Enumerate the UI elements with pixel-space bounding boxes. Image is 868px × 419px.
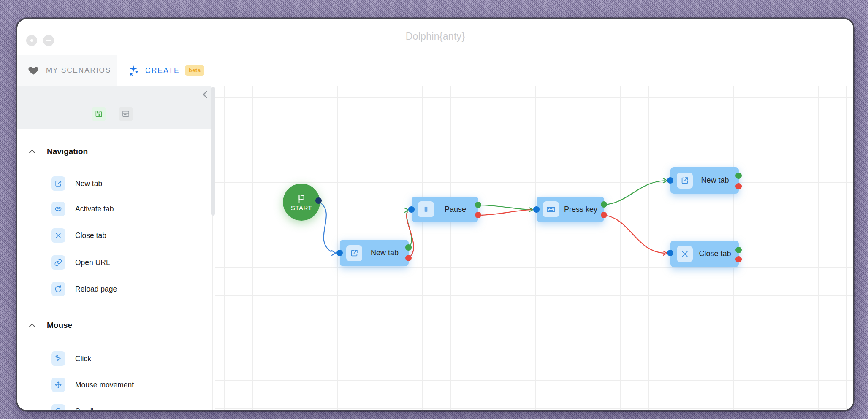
port-input[interactable] — [336, 250, 343, 256]
actions-sidebar: Navigation New tab Activate tab Close ta… — [17, 129, 211, 411]
sidebar-item-mouse-movement[interactable]: Mouse movement — [17, 376, 211, 394]
pause-icon — [418, 201, 434, 217]
node-label: New tab — [693, 176, 739, 185]
mouse-movement-icon — [51, 378, 65, 392]
node-label: New tab — [362, 249, 409, 257]
new-tab-icon — [677, 173, 693, 189]
sidebar-item-click[interactable]: Click — [17, 349, 211, 368]
window-title: Dolphin{anty} — [17, 31, 853, 42]
start-node-label: START — [291, 204, 312, 211]
sidebar-item-label: Activate tab — [75, 205, 114, 214]
sidebar-item-label: Mouse movement — [75, 381, 134, 389]
tab-create[interactable]: CREATE beta — [117, 55, 212, 86]
sidebar-item-close-tab[interactable]: Close tab — [17, 226, 211, 245]
scenario-canvas[interactable] — [215, 86, 854, 411]
chevron-up-icon — [29, 149, 35, 154]
port-error-output[interactable] — [735, 256, 742, 262]
port-input[interactable] — [408, 206, 415, 213]
port-start-output[interactable] — [315, 197, 322, 204]
port-success-output[interactable] — [735, 247, 742, 253]
sidebar-header — [17, 86, 211, 129]
port-error-output[interactable] — [475, 212, 481, 218]
sidebar-item-scroll[interactable]: Scroll — [17, 402, 211, 411]
sidebar-scrollbar-thumb[interactable] — [211, 87, 215, 216]
save-icon — [95, 110, 103, 118]
section-mouse[interactable]: Mouse — [17, 318, 211, 333]
templates-panel-button[interactable] — [119, 107, 133, 121]
close-tab-icon — [51, 228, 65, 243]
sidebar-item-label: Scroll — [75, 407, 94, 412]
node-label: Press key — [559, 205, 604, 214]
flag-icon — [297, 193, 306, 203]
port-error-output[interactable] — [735, 183, 742, 189]
sidebar-item-label: Reload page — [75, 285, 117, 294]
chevron-left-icon — [200, 89, 211, 100]
section-navigation[interactable]: Navigation — [17, 144, 211, 159]
new-tab-icon — [51, 176, 65, 191]
new-tab-icon — [346, 245, 362, 261]
port-input[interactable] — [667, 177, 673, 184]
tab-bar: MY SCENARIOS CREATE beta — [17, 55, 853, 86]
scroll-icon — [51, 404, 65, 411]
section-mouse-label: Mouse — [47, 321, 72, 330]
node-press-key[interactable]: Press key — [537, 197, 604, 222]
reload-page-icon — [51, 282, 65, 296]
sparkles-icon — [127, 64, 140, 77]
sidebar-item-label: Click — [75, 354, 91, 363]
keyboard-icon — [543, 201, 559, 217]
save-scenario-button[interactable] — [92, 107, 106, 121]
port-input[interactable] — [533, 206, 540, 213]
open-url-icon — [51, 255, 65, 270]
node-new-tab-2[interactable]: New tab — [670, 167, 739, 194]
port-success-output[interactable] — [475, 202, 481, 208]
click-icon — [51, 351, 65, 366]
heart-icon — [27, 65, 39, 76]
app-window: Dolphin{anty} MY SCENARIOS CREATE beta — [16, 18, 854, 411]
sidebar-item-new-tab[interactable]: New tab — [17, 174, 211, 193]
port-success-output[interactable] — [735, 173, 742, 179]
sidebar-item-label: New tab — [75, 179, 102, 188]
beta-badge: beta — [185, 65, 205, 76]
sidebar-item-reload-page[interactable]: Reload page — [17, 280, 211, 298]
desktop-background: Dolphin{anty} MY SCENARIOS CREATE beta — [0, 0, 868, 419]
sidebar-item-label: Close tab — [75, 231, 106, 240]
tab-create-label: CREATE — [145, 66, 180, 75]
port-success-output[interactable] — [601, 201, 607, 208]
port-input[interactable] — [667, 250, 673, 256]
sidebar-collapse-button[interactable] — [200, 89, 211, 100]
sidebar-border — [212, 216, 213, 411]
titlebar: Dolphin{anty} — [17, 19, 853, 55]
browser-panel-icon — [122, 110, 130, 118]
activate-tab-icon — [51, 202, 65, 216]
sidebar-item-label: Open URL — [75, 258, 110, 267]
section-divider — [29, 311, 205, 311]
port-success-output[interactable] — [405, 244, 412, 251]
sidebar-item-activate-tab[interactable]: Activate tab — [17, 200, 211, 218]
port-error-output[interactable] — [405, 255, 412, 261]
tab-my-scenarios-label: MY SCENARIOS — [46, 66, 111, 75]
start-node[interactable]: START — [283, 184, 320, 221]
node-label: Close tab — [693, 249, 739, 258]
node-label: Pause — [434, 205, 478, 214]
node-close-tab[interactable]: Close tab — [670, 241, 739, 267]
close-tab-icon — [677, 246, 693, 262]
sidebar-item-open-url[interactable]: Open URL — [17, 253, 211, 272]
tab-my-scenarios[interactable]: MY SCENARIOS — [17, 55, 117, 86]
node-pause[interactable]: Pause — [412, 197, 478, 222]
port-error-output[interactable] — [601, 212, 607, 218]
section-navigation-label: Navigation — [47, 147, 88, 156]
chevron-up-icon — [29, 323, 35, 327]
node-new-tab-1[interactable]: New tab — [340, 240, 409, 266]
